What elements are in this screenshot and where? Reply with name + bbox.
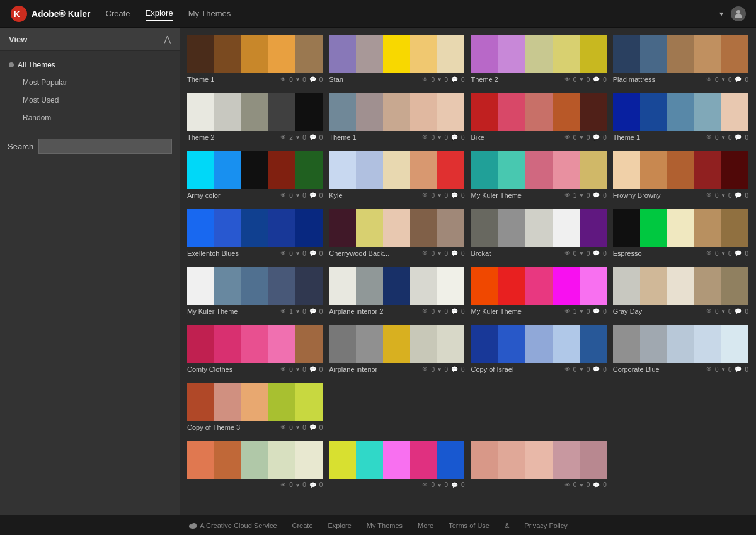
theme-info: Brokat 👁 0 ♥ 0 💬 0 bbox=[471, 247, 607, 261]
theme-name: Theme 2 bbox=[187, 134, 214, 141]
nav-my-themes[interactable]: My Themes bbox=[188, 6, 231, 21]
footer-privacy[interactable]: Privacy Policy bbox=[524, 522, 567, 529]
theme-card[interactable]: Copy of Theme 3 👁 0 ♥ 0 💬 0 bbox=[187, 383, 323, 435]
swatch bbox=[667, 93, 694, 131]
views-count: 0 bbox=[431, 76, 435, 83]
nav-left: K Adobe® Kuler Create Explore My Themes bbox=[10, 5, 231, 23]
swatch bbox=[437, 209, 464, 247]
theme-card[interactable]: Bike 👁 0 ♥ 0 💬 0 bbox=[471, 93, 607, 145]
heart-icon: ♥ bbox=[296, 308, 299, 314]
sidebar-item-random[interactable]: Random bbox=[0, 109, 180, 127]
comments-count: 0 bbox=[319, 424, 323, 431]
views-count: 1 bbox=[573, 308, 577, 315]
views-count: 0 bbox=[289, 192, 293, 199]
sidebar-view-header: View ⋀ bbox=[0, 28, 180, 51]
theme-name: Airplane interior bbox=[329, 365, 377, 373]
swatch bbox=[214, 267, 241, 305]
theme-card[interactable]: My Kuler Theme 👁 1 ♥ 0 💬 0 bbox=[471, 151, 607, 203]
theme-card[interactable]: Exellentoh Blues 👁 0 ♥ 0 💬 0 bbox=[187, 209, 323, 261]
footer-my-themes[interactable]: My Themes bbox=[367, 522, 403, 529]
nav-explore[interactable]: Explore bbox=[146, 6, 173, 21]
heart-icon: ♥ bbox=[296, 134, 299, 141]
theme-card[interactable]: Corporate Blue 👁 0 ♥ 0 💬 0 bbox=[613, 325, 748, 377]
theme-card[interactable]: My Kuler Theme 👁 1 ♥ 0 💬 0 bbox=[471, 267, 607, 319]
theme-card[interactable]: Kyle 👁 0 ♥ 0 💬 0 bbox=[329, 151, 464, 203]
dropdown-icon[interactable]: ▾ bbox=[719, 9, 723, 18]
heart-icon: ♥ bbox=[438, 76, 441, 83]
footer-terms[interactable]: Terms of Use bbox=[449, 522, 490, 529]
comment-icon: 💬 bbox=[451, 250, 458, 256]
user-avatar[interactable] bbox=[731, 6, 746, 21]
comments-count: 0 bbox=[319, 366, 323, 373]
theme-card[interactable]: Theme 1 👁 0 ♥ 0 💬 0 bbox=[187, 35, 323, 87]
comments-count: 0 bbox=[461, 250, 465, 257]
theme-card[interactable]: 👁 0 ♥ 0 💬 0 bbox=[187, 441, 323, 492]
views-icon: 👁 bbox=[564, 192, 570, 198]
theme-card[interactable]: Brokat 👁 0 ♥ 0 💬 0 bbox=[471, 209, 607, 261]
swatch bbox=[241, 267, 268, 305]
logo[interactable]: K Adobe® Kuler bbox=[10, 5, 91, 23]
theme-card[interactable]: Airplane interior 2 👁 0 ♥ 0 💬 0 bbox=[329, 267, 464, 319]
sidebar-item-all-themes[interactable]: All Themes bbox=[0, 56, 180, 74]
theme-stats: 👁 0 ♥ 0 💬 0 bbox=[280, 481, 323, 488]
footer-explore[interactable]: Explore bbox=[328, 522, 352, 529]
theme-card[interactable]: Gray Day 👁 0 ♥ 0 💬 0 bbox=[613, 267, 748, 319]
heart-icon: ♥ bbox=[580, 250, 583, 256]
theme-swatches bbox=[471, 209, 607, 247]
theme-info: Army color 👁 0 ♥ 0 💬 0 bbox=[187, 189, 323, 203]
theme-swatches bbox=[471, 151, 607, 189]
sidebar-item-random-label: Random bbox=[23, 113, 51, 122]
heart-icon: ♥ bbox=[580, 308, 583, 314]
comment-icon: 💬 bbox=[309, 308, 316, 314]
theme-card[interactable]: Plad mattress 👁 0 ♥ 0 💬 0 bbox=[613, 35, 748, 87]
search-input[interactable] bbox=[38, 139, 172, 154]
theme-info: Exellentoh Blues 👁 0 ♥ 0 💬 0 bbox=[187, 247, 323, 261]
sidebar-item-most-used[interactable]: Most Used bbox=[0, 91, 180, 109]
nav-create[interactable]: Create bbox=[106, 6, 130, 21]
footer-create[interactable]: Create bbox=[292, 522, 313, 529]
comment-icon: 💬 bbox=[593, 308, 600, 314]
theme-info: Cherrywood Back... 👁 0 ♥ 0 💬 0 bbox=[329, 247, 464, 261]
heart-icon: ♥ bbox=[296, 366, 299, 372]
swatch bbox=[187, 209, 214, 247]
sidebar-search: Search bbox=[0, 132, 180, 160]
theme-name: Frowny Browny bbox=[613, 192, 661, 199]
swatch bbox=[383, 441, 410, 479]
theme-swatches bbox=[187, 35, 323, 73]
theme-card[interactable]: Frowny Browny 👁 0 ♥ 0 💬 0 bbox=[613, 151, 748, 203]
theme-card[interactable]: Theme 1 👁 0 ♥ 0 💬 0 bbox=[329, 93, 464, 145]
collapse-icon[interactable]: ⋀ bbox=[164, 34, 171, 44]
views-icon: 👁 bbox=[706, 76, 712, 83]
all-themes-dot bbox=[9, 62, 14, 67]
footer-more[interactable]: More bbox=[418, 522, 433, 529]
theme-name: Plad mattress bbox=[613, 76, 655, 83]
theme-card[interactable]: Theme 1 👁 0 ♥ 0 💬 0 bbox=[613, 93, 748, 145]
theme-swatches bbox=[187, 209, 323, 247]
views-icon: 👁 bbox=[422, 482, 428, 488]
swatch bbox=[214, 93, 241, 131]
theme-card[interactable]: Airplane interior 👁 0 ♥ 0 💬 0 bbox=[329, 325, 464, 377]
views-icon: 👁 bbox=[706, 366, 712, 372]
theme-card[interactable]: Cherrywood Back... 👁 0 ♥ 0 💬 0 bbox=[329, 209, 464, 261]
theme-card[interactable]: Espresso 👁 0 ♥ 0 💬 0 bbox=[613, 209, 748, 261]
sidebar-item-most-popular[interactable]: Most Popular bbox=[0, 74, 180, 91]
theme-card[interactable]: 👁 0 ♥ 0 💬 0 bbox=[471, 441, 607, 492]
theme-card[interactable]: Stan 👁 0 ♥ 0 💬 0 bbox=[329, 35, 464, 87]
theme-card[interactable]: Comfy Clothes 👁 0 ♥ 0 💬 0 bbox=[187, 325, 323, 377]
theme-card[interactable]: Theme 2 👁 2 ♥ 0 💬 0 bbox=[187, 93, 323, 145]
theme-card[interactable]: Copy of Israel 👁 0 ♥ 0 💬 0 bbox=[471, 325, 607, 377]
views-count: 0 bbox=[715, 134, 719, 141]
theme-info: Gray Day 👁 0 ♥ 0 💬 0 bbox=[613, 305, 748, 319]
theme-card[interactable]: 👁 0 ♥ 0 💬 0 bbox=[329, 441, 464, 492]
comment-icon: 💬 bbox=[735, 76, 742, 83]
views-icon: 👁 bbox=[280, 366, 286, 372]
theme-stats: 👁 1 ♥ 0 💬 0 bbox=[564, 192, 607, 199]
theme-card[interactable]: Theme 2 👁 0 ♥ 0 💬 0 bbox=[471, 35, 607, 87]
comment-icon: 💬 bbox=[451, 482, 458, 488]
theme-card[interactable]: My Kuler Theme 👁 1 ♥ 0 💬 0 bbox=[187, 267, 323, 319]
theme-card[interactable]: Army color 👁 0 ♥ 0 💬 0 bbox=[187, 151, 323, 203]
sidebar-nav: All Themes Most Popular Most Used Random bbox=[0, 51, 180, 132]
comment-icon: 💬 bbox=[451, 366, 458, 372]
sidebar-item-all-themes-label: All Themes bbox=[18, 60, 55, 69]
views-count: 0 bbox=[431, 308, 435, 315]
